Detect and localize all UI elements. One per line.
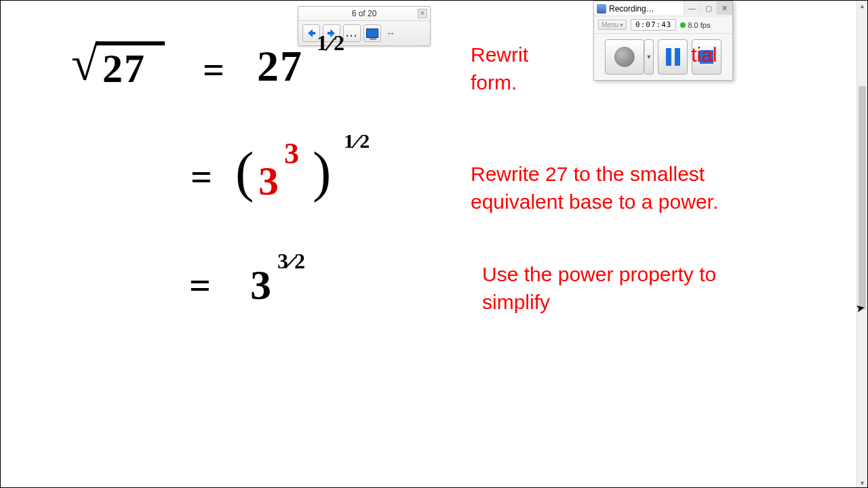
menu-label: Menu [601,21,618,28]
recorder-app-icon [597,4,606,14]
exponent-three-halves: 3/2 [277,249,305,274]
sqrt-symbol: √ [71,36,98,92]
pager-header: 6 of 20 × [298,7,430,21]
elapsed-time: 0:07:43 [631,19,676,30]
swap-button[interactable]: ↔ [384,24,397,42]
fps-value: 8.0 fps [688,21,710,29]
recorder-title: Recording… [609,4,654,14]
equals-1: = [203,48,224,92]
close-window-button[interactable]: ✕ [716,1,732,15]
left-paren: ( [235,140,254,204]
fullscreen-button[interactable] [363,24,381,42]
base-3-final: 3 [250,261,271,309]
equals-2: = [191,155,212,199]
exponent-one-half-1: 1/2 [317,30,344,56]
instruction-1: RewritXXXXXXXXXXXXtial form. [471,41,762,96]
recorder-titlebar[interactable]: Recording… — ▢ ✕ [594,1,732,16]
page-counter: 6 of 20 [352,9,377,18]
scroll-up-button[interactable]: ▲ [857,1,867,12]
instruction-1a: Rewrit [471,43,528,66]
recorder-menu-dropdown[interactable]: Menu▾ [598,20,627,30]
exponent-one-half-2: 1/2 [344,129,370,152]
exponent-3-red: 3 [284,136,299,171]
vertical-scrollbar[interactable]: ▲ ▼ [856,1,867,488]
scroll-track[interactable] [857,12,867,478]
base-27: 27 [257,41,303,92]
scroll-thumb[interactable] [859,86,866,310]
equals-3: = [189,264,211,307]
recorder-status-bar: Menu▾ 0:07:43 8.0 fps [594,16,732,34]
base-3-red: 3 [258,158,279,205]
more-pages-button[interactable]: ... [343,24,361,42]
maximize-button[interactable]: ▢ [700,1,716,15]
minimize-button[interactable]: — [684,1,700,15]
instruction-3: Use the power property to simplify [482,261,753,316]
recording-status-icon [680,22,686,28]
fps-indicator: 8.0 fps [680,21,710,29]
chevron-down-icon: ▾ [620,21,623,28]
instruction-2: Rewrite 27 to the smallest equivalent ba… [471,161,749,216]
right-paren: ) [313,140,331,204]
swap-icon: ↔ [386,28,395,39]
window-controls: — ▢ ✕ [684,1,732,15]
scroll-down-button[interactable]: ▼ [857,478,867,488]
radicand-27: 27 [102,45,146,92]
pager-close-button[interactable]: × [418,9,427,18]
monitor-icon [366,28,378,38]
ellipsis-icon: ... [344,28,359,39]
arrow-left-icon [306,28,317,39]
